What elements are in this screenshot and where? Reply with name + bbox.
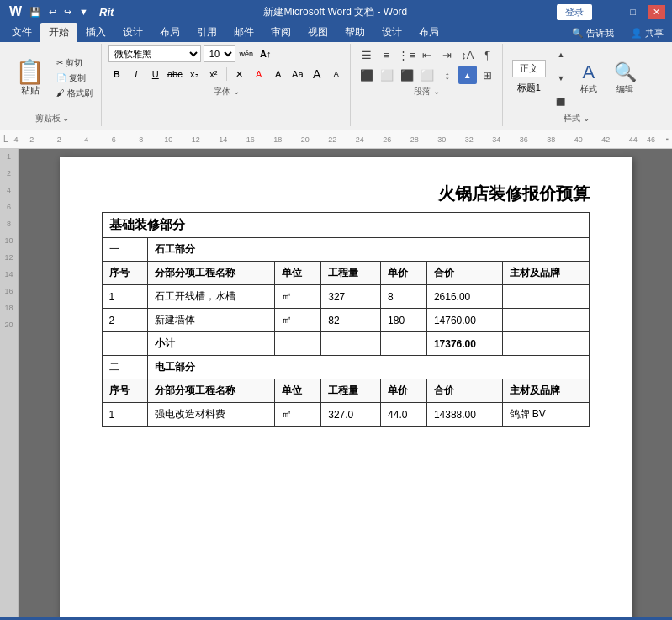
styles-button[interactable]: A 样式 xyxy=(574,58,604,98)
style-normal[interactable]: 正文 xyxy=(512,60,546,77)
tab-design[interactable]: 设计 xyxy=(114,23,151,42)
tab-references[interactable]: 引用 xyxy=(188,23,225,42)
minimize-button[interactable]: — xyxy=(599,5,618,19)
align-center-button[interactable]: ⬜ xyxy=(378,66,396,84)
decrease-indent-button[interactable]: ⇤ xyxy=(418,45,437,64)
header2-qty: 工程量 xyxy=(321,379,381,403)
tab-design2[interactable]: 设计 xyxy=(373,23,410,42)
tab-insert[interactable]: 插入 xyxy=(77,23,114,42)
header-name: 分部分项工程名称 xyxy=(148,262,275,285)
cell-r1-unit: ㎡ xyxy=(275,285,321,309)
undo-icon[interactable]: ↩ xyxy=(46,6,59,19)
header2-unit: 单位 xyxy=(275,379,321,403)
paste-button[interactable]: 📋 粘贴 xyxy=(8,57,51,100)
font-large-A[interactable]: A xyxy=(309,66,325,82)
highlight-button[interactable]: A xyxy=(270,66,287,82)
report-table: 基础装修部分 一 石工部分 序号 分部分项工程名称 单位 工程量 单价 合价 主… xyxy=(102,212,590,427)
header-qty: 工程量 xyxy=(321,262,381,285)
table-row-s2-1: 1 强电改造材料费 ㎡ 327.0 44.0 14388.00 鸽牌 BV xyxy=(102,403,589,427)
tab-help[interactable]: 帮助 xyxy=(336,23,373,42)
shading-button[interactable]: ▲ xyxy=(458,66,477,84)
table-row-subtotal1: 小计 17376.00 xyxy=(102,332,589,356)
font-small-a[interactable]: A xyxy=(328,66,345,82)
customize-icon[interactable]: ▼ xyxy=(77,6,91,18)
header2-price: 单价 xyxy=(381,379,427,403)
superscript-button[interactable]: x² xyxy=(205,66,222,82)
ruler-content: -42 2 4 6 8 10 12 14 16 18 20 22 24 26 2… xyxy=(12,135,655,144)
save-icon[interactable]: 💾 xyxy=(27,6,44,19)
multilevel-list-button[interactable]: ⋮≡ xyxy=(398,45,416,64)
show-formatting-button[interactable]: ¶ xyxy=(479,45,497,64)
style-up-button[interactable]: ▲ xyxy=(552,45,570,64)
bullets-button[interactable]: ☰ xyxy=(357,45,376,64)
style-expand-button[interactable]: ⬛ xyxy=(552,93,570,111)
cut-button[interactable]: ✂ 剪切 xyxy=(53,56,96,70)
table-row-2: 2 新建墙体 ㎡ 82 180 14760.00 xyxy=(102,309,589,332)
cell-r2-total: 14760.00 xyxy=(426,309,502,332)
styles-panel: 正文 标题1 xyxy=(510,60,548,97)
font-size-select[interactable]: 10 8 9 11 12 xyxy=(204,45,235,62)
fontcase-button[interactable]: Aa xyxy=(289,66,306,82)
clear-format-button[interactable]: ✕ xyxy=(231,66,248,82)
style-heading1[interactable]: 标题1 xyxy=(510,79,548,97)
quick-access-toolbar: W 💾 ↩ ↪ ▼ xyxy=(7,3,91,20)
tab-tellme[interactable]: 🔍 告诉我 xyxy=(564,24,622,42)
increase-indent-button[interactable]: ⇥ xyxy=(438,45,457,64)
cell-section1-name: 石工部分 xyxy=(148,238,589,262)
cell-r1-no: 1 xyxy=(102,285,148,309)
tab-review[interactable]: 审阅 xyxy=(262,23,299,42)
line-spacing-button[interactable]: ↕ xyxy=(438,66,457,84)
redo-icon[interactable]: ↪ xyxy=(61,6,74,19)
subscript-button[interactable]: x₂ xyxy=(186,66,203,82)
main-title-text: 火锅店装修报价预算 xyxy=(438,184,590,203)
cell-r2-name: 新建墙体 xyxy=(148,309,275,332)
editing-button[interactable]: 🔍 编辑 xyxy=(607,58,643,98)
table-row-base-section: 基础装修部分 xyxy=(102,213,589,238)
tab-view[interactable]: 视图 xyxy=(299,23,336,42)
format-painter-button[interactable]: 🖌 格式刷 xyxy=(53,87,96,100)
font-group: 微软雅黑 10 8 9 11 12 wén A↑ B I U abc x₂ x² xyxy=(103,44,351,126)
align-right-button[interactable]: ⬛ xyxy=(398,66,416,84)
tab-layout2[interactable]: 布局 xyxy=(410,23,447,42)
copy-button[interactable]: 📄 复制 xyxy=(53,72,96,85)
align-left-button[interactable]: ⬛ xyxy=(357,66,376,84)
font-color-button[interactable]: A xyxy=(251,66,267,82)
title-text: 新建Microsoft Word 文档 - Word xyxy=(263,6,407,18)
cell-sub1-label: 小计 xyxy=(148,332,275,356)
font-increase-icon[interactable]: A↑ xyxy=(257,45,274,62)
sort-button[interactable]: ↕A xyxy=(458,45,477,64)
ruler-icon: L xyxy=(3,135,8,144)
style-down-button[interactable]: ▼ xyxy=(552,69,570,87)
cell-r1-name: 石工开线槽，水槽 xyxy=(148,285,275,309)
font-size-unit-icon: wén xyxy=(238,45,255,62)
header-no: 序号 xyxy=(102,262,148,285)
close-button[interactable]: ✕ xyxy=(648,5,665,19)
ribbon-tabs: 文件 开始 插入 设计 布局 引用 邮件 审阅 视图 帮助 设计 布局 🔍 告诉… xyxy=(0,24,672,42)
tab-file[interactable]: 文件 xyxy=(3,23,40,42)
italic-button[interactable]: I xyxy=(128,66,145,82)
clipboard-group: 📋 粘贴 ✂ 剪切 📄 复制 🖌 格式刷 剪贴板 ⌄ xyxy=(3,44,102,126)
cell-sub1-total: 17376.00 xyxy=(426,332,502,356)
cell-r1-price: 8 xyxy=(381,285,427,309)
justify-button[interactable]: ⬜ xyxy=(418,66,437,84)
tab-mailings[interactable]: 邮件 xyxy=(225,23,262,42)
strikethrough-button[interactable]: abc xyxy=(167,66,183,82)
underline-button[interactable]: U xyxy=(147,66,164,82)
clipboard-small-buttons: ✂ 剪切 📄 复制 🖌 格式刷 xyxy=(53,56,96,100)
borders-button[interactable]: ⊞ xyxy=(479,66,497,84)
table-row-headers1: 序号 分部分项工程名称 单位 工程量 单价 合价 主材及品牌 xyxy=(102,262,589,285)
tab-layout[interactable]: 布局 xyxy=(151,23,188,42)
numbered-list-button[interactable]: ≡ xyxy=(378,45,396,64)
bold-button[interactable]: B xyxy=(108,66,125,82)
cell-r2-no: 2 xyxy=(102,309,148,332)
font-name-select[interactable]: 微软雅黑 xyxy=(108,45,201,62)
cell-sub1-qty xyxy=(321,332,381,356)
tab-share[interactable]: 👤 共享 xyxy=(622,24,672,42)
style-group: 正文 标题1 ▲ ▼ ⬛ A 样式 🔍 编辑 样式 ⌄ xyxy=(505,44,648,126)
header-brand: 主材及品牌 xyxy=(502,262,589,285)
maximize-button[interactable]: □ xyxy=(625,5,641,19)
tab-home[interactable]: 开始 xyxy=(40,23,77,42)
style-arrows: ▲ ▼ ⬛ xyxy=(552,45,570,111)
cell-s2r1-name: 强电改造材料费 xyxy=(148,403,275,427)
login-button[interactable]: 登录 xyxy=(557,4,592,20)
